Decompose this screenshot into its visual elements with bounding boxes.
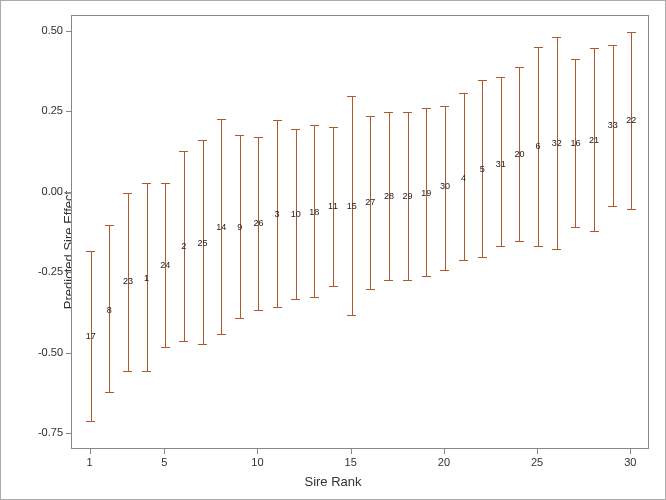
error-cap [608,206,617,207]
error-cap [347,96,356,97]
error-cap [422,108,431,109]
y-tick-label: 0.00 [23,185,63,197]
error-cap [291,129,300,130]
error-cap [627,209,636,210]
error-cap [329,127,338,128]
error-cap [235,318,244,319]
data-point-label: 22 [626,115,636,125]
error-cap [123,193,132,194]
data-point-label: 14 [216,222,226,232]
error-cap [105,225,114,226]
data-point-label: 16 [570,138,580,148]
data-point-label: 27 [365,197,375,207]
data-point-label: 5 [480,164,485,174]
data-point-label: 9 [237,222,242,232]
chart-frame: Predicted Sire Effect Sire Rank 17823124… [0,0,666,500]
error-cap [552,37,561,38]
error-cap [459,93,468,94]
data-point-label: 20 [514,149,524,159]
error-cap [142,183,151,184]
error-cap [161,347,170,348]
error-cap [478,257,487,258]
x-tick-label: 20 [438,456,450,468]
data-point-label: 10 [291,209,301,219]
y-tick-label: -0.75 [23,426,63,438]
data-point-label: 19 [421,188,431,198]
error-cap [310,125,319,126]
data-point-label: 17 [86,331,96,341]
error-cap [86,251,95,252]
error-cap [123,371,132,372]
error-cap [403,280,412,281]
error-cap [384,280,393,281]
x-tick-label: 5 [161,456,167,468]
error-cap [478,80,487,81]
error-cap [105,392,114,393]
error-cap [515,241,524,242]
error-cap [254,137,263,138]
data-point-label: 26 [253,218,263,228]
error-cap [590,231,599,232]
data-point-label: 28 [384,191,394,201]
error-cap [291,299,300,300]
error-cap [198,140,207,141]
data-point-label: 31 [496,159,506,169]
data-point-label: 11 [328,201,338,211]
error-cap [552,249,561,250]
error-cap [235,135,244,136]
error-cap [366,116,375,117]
error-cap [310,297,319,298]
error-cap [608,45,617,46]
data-point-label: 33 [608,120,618,130]
plot-area: 1782312422514926310181115272829193045312… [71,15,649,449]
error-cap [161,183,170,184]
y-tick-label: 0.50 [23,24,63,36]
error-cap [496,77,505,78]
data-point-label: 29 [403,191,413,201]
x-tick-label: 10 [251,456,263,468]
data-point-label: 21 [589,135,599,145]
error-cap [217,119,226,120]
x-tick-label: 25 [531,456,543,468]
data-point-label: 1 [144,273,149,283]
error-cap [534,246,543,247]
error-cap [273,120,282,121]
data-point-label: 32 [552,138,562,148]
data-point-label: 23 [123,276,133,286]
error-cap [198,344,207,345]
data-point-label: 25 [198,238,208,248]
error-cap [403,112,412,113]
error-cap [254,310,263,311]
x-tick-label: 15 [345,456,357,468]
data-point-label: 3 [275,209,280,219]
error-cap [179,341,188,342]
x-tick-label: 30 [624,456,636,468]
error-cap [459,260,468,261]
error-cap [273,307,282,308]
error-cap [329,286,338,287]
error-cap [366,289,375,290]
error-cap [590,48,599,49]
y-tick-label: -0.50 [23,346,63,358]
error-cap [217,334,226,335]
error-cap [440,270,449,271]
error-cap [571,227,580,228]
data-point-label: 18 [309,207,319,217]
error-cap [571,59,580,60]
data-point-label: 24 [160,260,170,270]
error-cap [534,47,543,48]
y-tick-label: 0.25 [23,104,63,116]
error-cap [627,32,636,33]
error-cap [496,246,505,247]
data-point-label: 4 [461,173,466,183]
error-cap [384,112,393,113]
error-cap [440,106,449,107]
error-cap [179,151,188,152]
error-cap [142,371,151,372]
x-axis-label: Sire Rank [304,474,361,489]
data-point-label: 15 [347,201,357,211]
error-cap [515,67,524,68]
data-point-label: 30 [440,181,450,191]
x-tick-label: 1 [87,456,93,468]
data-point-label: 2 [181,241,186,251]
